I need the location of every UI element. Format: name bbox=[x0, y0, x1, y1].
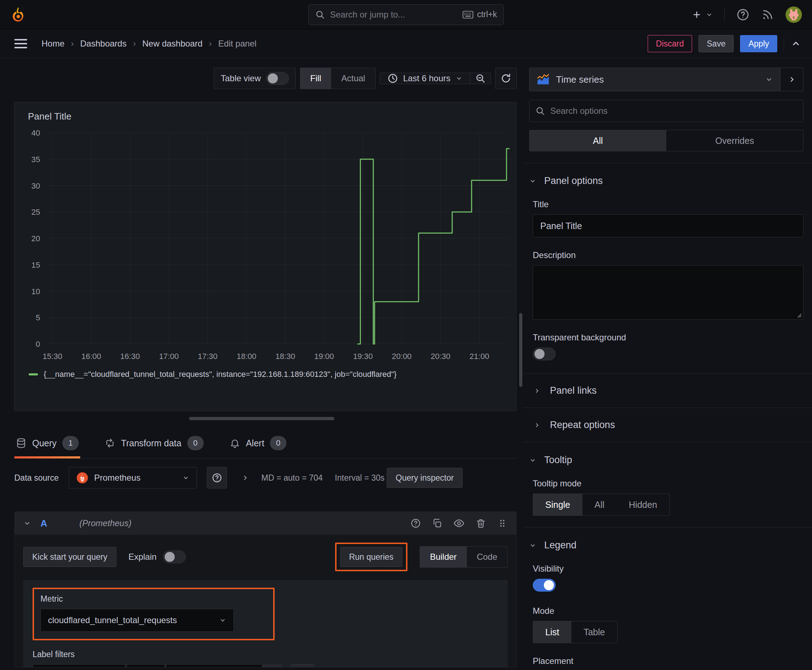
actions-divider bbox=[784, 37, 784, 51]
datasource-help-button[interactable] bbox=[207, 467, 227, 489]
panel-title-input[interactable] bbox=[533, 214, 804, 237]
chevron-down-icon bbox=[529, 457, 536, 464]
query-datasource-hint: (Prometheus) bbox=[80, 518, 131, 528]
discard-button[interactable]: Discard bbox=[648, 35, 692, 52]
repeat-options-section[interactable]: Repeat options bbox=[529, 420, 804, 431]
tooltip-single-option[interactable]: Single bbox=[533, 494, 583, 515]
placement-label: Placement bbox=[533, 656, 804, 666]
transform-icon bbox=[105, 438, 115, 448]
chevron-up-icon[interactable] bbox=[790, 38, 801, 49]
section-divider bbox=[524, 527, 812, 528]
tab-all[interactable]: All bbox=[529, 130, 666, 151]
global-search[interactable]: ctrl+k bbox=[308, 4, 504, 25]
save-button[interactable]: Save bbox=[698, 35, 734, 52]
label-filters-label: Label filters bbox=[32, 650, 498, 659]
code-option[interactable]: Code bbox=[467, 546, 507, 567]
tooltip-all-option[interactable]: All bbox=[583, 494, 617, 515]
explain-control: Explain bbox=[129, 550, 186, 563]
select-label-dropdown[interactable]: Select label bbox=[32, 664, 125, 668]
add-filter-button[interactable] bbox=[291, 664, 314, 668]
zoom-out-button[interactable] bbox=[470, 73, 490, 84]
kick-start-button[interactable]: Kick start your query bbox=[23, 547, 116, 567]
query-inspector-button[interactable]: Query inspector bbox=[387, 468, 463, 488]
legend-visibility-toggle[interactable] bbox=[533, 579, 556, 592]
svg-text:17:00: 17:00 bbox=[159, 352, 179, 361]
breadcrumb-dashboards[interactable]: Dashboards bbox=[80, 39, 126, 49]
menu-toggle-icon[interactable] bbox=[14, 39, 27, 48]
resize-handle-icon[interactable] bbox=[795, 311, 802, 318]
options-search-input[interactable] bbox=[550, 106, 797, 116]
table-view-toggle[interactable] bbox=[266, 72, 289, 85]
series-label[interactable]: {__name__="cloudflared_tunnel_total_requ… bbox=[44, 370, 397, 379]
global-search-input[interactable] bbox=[330, 10, 458, 20]
builder-option[interactable]: Builder bbox=[420, 546, 467, 567]
trash-icon[interactable] bbox=[475, 518, 486, 529]
horizontal-scrollbar[interactable] bbox=[189, 417, 334, 420]
svg-text:0: 0 bbox=[36, 340, 40, 349]
collapse-options-button[interactable] bbox=[780, 68, 804, 91]
drag-handle-icon[interactable] bbox=[497, 518, 508, 529]
rss-icon bbox=[761, 8, 774, 21]
visualization-picker[interactable]: Time series bbox=[529, 68, 780, 91]
tab-transform[interactable]: Transform data 0 bbox=[103, 436, 205, 458]
user-avatar[interactable] bbox=[785, 7, 802, 23]
chevron-down-icon[interactable] bbox=[23, 519, 31, 527]
datasource-label: Data source bbox=[14, 473, 69, 483]
legend-list-option[interactable]: List bbox=[533, 621, 571, 643]
apply-button[interactable]: Apply bbox=[740, 35, 777, 52]
tooltip-section[interactable]: Tooltip bbox=[529, 455, 804, 465]
breadcrumb-new-dashboard[interactable]: New dashboard bbox=[142, 39, 202, 49]
remove-filter-button[interactable]: ✕ bbox=[263, 664, 283, 668]
actual-option[interactable]: Actual bbox=[331, 68, 375, 89]
operator-dropdown[interactable]: = bbox=[126, 664, 165, 668]
panel-options-section[interactable]: Panel options bbox=[529, 175, 804, 186]
tab-query[interactable]: Query 1 bbox=[14, 436, 80, 458]
query-row-header[interactable]: A (Prometheus) bbox=[15, 512, 516, 535]
svg-text:19:30: 19:30 bbox=[353, 352, 373, 361]
eye-icon[interactable] bbox=[453, 518, 465, 529]
select-value-dropdown[interactable]: Select value bbox=[166, 664, 263, 668]
tooltip-mode-toggle: Single All Hidden bbox=[533, 494, 670, 516]
duplicate-icon[interactable] bbox=[432, 518, 442, 529]
tooltip-hidden-option[interactable]: Hidden bbox=[617, 494, 669, 515]
add-new-button[interactable] bbox=[692, 9, 713, 20]
datasource-picker[interactable]: Prometheus bbox=[69, 467, 197, 489]
breadcrumb: Home › Dashboards › New dashboard › Edit… bbox=[42, 39, 256, 49]
tab-overrides[interactable]: Overrides bbox=[666, 130, 803, 151]
tab-alert[interactable]: Alert 0 bbox=[228, 436, 288, 458]
grafana-logo[interactable] bbox=[10, 7, 27, 23]
metric-select[interactable]: cloudflared_tunnel_total_requests bbox=[41, 609, 234, 632]
help-icon[interactable] bbox=[410, 518, 421, 529]
refresh-button[interactable] bbox=[495, 68, 517, 89]
legend-section[interactable]: Legend bbox=[529, 540, 804, 551]
time-series-chart[interactable]: 051015202530354015:3016:0016:3017:0017:3… bbox=[19, 122, 513, 369]
chevron-down-icon bbox=[182, 474, 190, 481]
panel-links-section[interactable]: Panel links bbox=[529, 385, 804, 396]
vertical-scrollbar[interactable] bbox=[519, 313, 522, 387]
description-textarea[interactable] bbox=[533, 265, 804, 320]
fill-option[interactable]: Fill bbox=[300, 68, 332, 89]
query-builder: Metric cloudflared_tunnel_total_requests… bbox=[23, 580, 508, 668]
transparent-bg-toggle[interactable] bbox=[533, 347, 556, 360]
help-button[interactable] bbox=[736, 8, 750, 22]
query-options[interactable]: MD = auto = 704 Interval = 30s bbox=[241, 473, 385, 483]
interval: Interval = 30s bbox=[335, 473, 385, 483]
zoom-out-icon bbox=[475, 73, 486, 84]
options-search[interactable] bbox=[529, 100, 804, 122]
table-view-label: Table view bbox=[220, 73, 261, 83]
svg-text:5: 5 bbox=[36, 313, 40, 322]
series-color-marker[interactable] bbox=[29, 373, 38, 376]
breadcrumb-separator: › bbox=[209, 39, 212, 49]
time-range-picker: Last 6 hours bbox=[380, 73, 491, 84]
svg-text:18:00: 18:00 bbox=[237, 352, 256, 361]
chevron-right-icon bbox=[534, 387, 541, 394]
visibility-label: Visibility bbox=[533, 564, 804, 574]
news-button[interactable] bbox=[761, 8, 774, 21]
breadcrumb-home[interactable]: Home bbox=[42, 39, 64, 49]
explain-toggle[interactable] bbox=[163, 550, 186, 563]
legend-table-option[interactable]: Table bbox=[571, 621, 617, 643]
search-icon bbox=[535, 106, 545, 116]
time-range-button[interactable]: Last 6 hours bbox=[380, 73, 470, 84]
run-queries-button[interactable]: Run queries bbox=[340, 547, 402, 567]
chevron-down-icon bbox=[455, 75, 463, 82]
